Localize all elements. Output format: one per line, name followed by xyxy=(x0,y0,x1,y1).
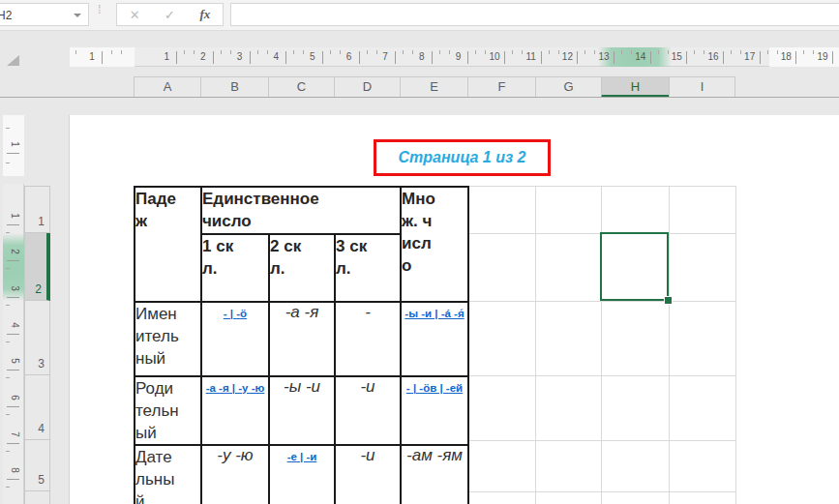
gridline xyxy=(467,186,736,187)
ending-hyperlink[interactable]: -а -я | -у -ю xyxy=(206,382,265,394)
cell-case-label[interactable]: Именительный xyxy=(135,302,201,376)
cell-case-label[interactable]: Родительный xyxy=(135,376,201,445)
cell-ending-link[interactable]: -ы -и | -á -я́ xyxy=(401,302,468,376)
separator-dots-icon: ⁞ xyxy=(98,5,104,15)
cell-ending[interactable]: -а -я xyxy=(269,302,335,376)
cell-case-label[interactable]: Дательный xyxy=(135,445,201,504)
ruler-tick xyxy=(6,305,10,306)
horizontal-ruler[interactable]: 1 12345678910111213141516171819 xyxy=(0,47,839,67)
ruler-number: 4 xyxy=(266,51,285,62)
ruler-tick xyxy=(111,50,112,54)
cell-ending-link[interactable]: -е | -и xyxy=(269,445,335,504)
ruler-tick xyxy=(686,51,687,64)
row-header-5[interactable]: 5 xyxy=(24,440,50,491)
column-header-C[interactable]: C xyxy=(268,76,334,98)
ruler-tick xyxy=(7,297,19,298)
cell-ending-link[interactable]: - | -ö xyxy=(201,302,269,376)
ruler-tick xyxy=(694,50,695,54)
ruler-tick xyxy=(121,50,122,54)
row-header-4[interactable]: 4 xyxy=(24,375,50,440)
column-header-E[interactable]: E xyxy=(400,76,467,98)
ruler-number: 11 xyxy=(522,51,541,62)
fill-handle[interactable] xyxy=(664,296,673,305)
ruler-tick xyxy=(184,50,185,54)
ruler-number: 16 xyxy=(704,51,723,62)
ruler-number: 15 xyxy=(667,51,686,62)
column-header-H[interactable]: H xyxy=(601,76,669,98)
ruler-tick xyxy=(322,51,323,64)
insert-function-icon[interactable]: fx xyxy=(199,7,210,22)
column-header-B[interactable]: B xyxy=(200,76,268,98)
ending-hyperlink[interactable]: -е | -и xyxy=(287,451,317,462)
ruler-number: 3 xyxy=(230,51,250,62)
ruler-tick xyxy=(723,51,724,64)
ruler-number: 5 xyxy=(7,354,20,368)
ruler-tick xyxy=(512,50,513,54)
ruler-tick xyxy=(6,128,10,129)
cell-case-header[interactable]: Падеж xyxy=(135,187,201,302)
ruler-tick xyxy=(250,51,251,64)
cell-ending[interactable]: -ы -и xyxy=(269,376,335,445)
ruler-tick xyxy=(293,50,294,54)
ruler-tick xyxy=(7,443,19,444)
ruler-tick xyxy=(7,260,19,261)
column-header-I[interactable]: I xyxy=(669,76,735,98)
ruler-number: 8 xyxy=(412,51,432,62)
ruler-tick xyxy=(767,50,768,54)
ruler-tick xyxy=(432,51,433,64)
page-header-box[interactable]: Страница 1 из 2 xyxy=(374,139,551,176)
ruler-number: 19 xyxy=(813,51,832,62)
ruler-tick xyxy=(6,163,10,163)
ending-hyperlink[interactable]: - | -ö xyxy=(224,308,247,319)
ruler-margin-label-v: 1 xyxy=(7,137,20,151)
cell-ending[interactable]: -и xyxy=(335,376,401,445)
ruler-tick xyxy=(6,377,10,378)
enter-icon[interactable]: ✓ xyxy=(165,8,175,22)
selected-cell-outline xyxy=(600,232,669,301)
formula-input[interactable] xyxy=(230,3,839,26)
ruler-tick xyxy=(75,50,76,54)
ruler-number: 14 xyxy=(631,51,650,62)
excel-window: H2 ⁞ ✕ ✓ fx 1 12345678910111213141516171… xyxy=(0,0,839,504)
cell-plural-header[interactable]: Множ. число xyxy=(401,187,468,302)
cell-declension-1[interactable]: 1 скл. xyxy=(201,234,269,302)
ruler-number: 10 xyxy=(485,51,504,62)
column-header-G[interactable]: G xyxy=(535,76,601,98)
column-header-D[interactable]: D xyxy=(334,76,400,98)
cell-declension-3[interactable]: 3 скл. xyxy=(335,234,401,302)
cell-ending[interactable]: -и xyxy=(335,445,401,504)
ruler-number: 13 xyxy=(594,51,614,62)
row-header-2[interactable]: 2 xyxy=(24,233,50,301)
formula-buttons: ✕ ✓ fx xyxy=(116,3,224,26)
name-box-dropdown-icon[interactable] xyxy=(74,14,81,17)
cell-ending[interactable]: -у -ю xyxy=(201,445,269,504)
cancel-icon[interactable]: ✕ xyxy=(130,8,140,22)
ending-hyperlink[interactable]: - | -öв | -ей xyxy=(406,382,463,394)
cell-ending-link[interactable]: - | -öв | -ей xyxy=(401,376,468,445)
cell-ending-link[interactable]: -а -я | -у -ю xyxy=(201,376,269,445)
ruler-tick xyxy=(395,51,396,64)
row-header-3[interactable]: 3 xyxy=(24,301,50,375)
ruler-tick xyxy=(6,232,10,233)
cell-singular-header[interactable]: Единственное число xyxy=(201,187,401,234)
row-header-1[interactable]: 1 xyxy=(24,186,50,233)
ruler-number: 6 xyxy=(340,51,359,62)
cell-ending[interactable]: - xyxy=(335,302,401,376)
ending-hyperlink[interactable]: -ы -и | -á -я́ xyxy=(405,308,464,319)
cell-declension-2[interactable]: 2 скл. xyxy=(269,234,335,302)
ruler-number: 6 xyxy=(7,391,20,404)
vertical-ruler[interactable]: 1 12345678 xyxy=(3,0,24,504)
ruler-number: 4 xyxy=(7,318,20,332)
row-header-6[interactable]: 6 xyxy=(24,491,50,504)
ruler-tick xyxy=(102,51,103,64)
cell-ending[interactable]: -ам -ям xyxy=(401,445,468,504)
ruler-tick xyxy=(285,51,286,64)
ruler-tick xyxy=(475,50,476,54)
column-header-F[interactable]: F xyxy=(467,76,535,98)
ruler-tick xyxy=(731,50,732,54)
ruler-tick xyxy=(760,51,761,64)
ruler-tick xyxy=(367,50,368,54)
column-header-A[interactable]: A xyxy=(134,76,200,98)
header-divider xyxy=(0,97,839,98)
ruler-tick xyxy=(7,224,19,225)
